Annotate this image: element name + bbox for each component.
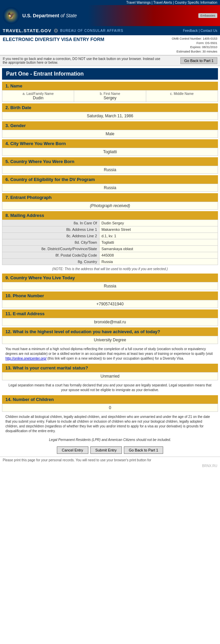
city-born-value: Togliatti xyxy=(2,148,218,156)
submit-entry-button[interactable]: Submit Entry xyxy=(90,446,122,454)
addr-value-3: Togliatti xyxy=(99,239,218,246)
section-phone-header: 10. Phone Number xyxy=(2,291,218,300)
addr-label-6: 8g. Country xyxy=(2,259,100,265)
section-email-header: 11. E-mail Address xyxy=(2,309,218,318)
watermark: BRNX.RU xyxy=(0,463,220,468)
button-row: Cancel Entry Submit Entry Go Back to Par… xyxy=(0,444,220,457)
email-value: bronxide@mail.ru xyxy=(2,318,218,326)
photograph-value: (Photograph received) xyxy=(2,202,218,210)
addr-value-6: Russia xyxy=(99,259,218,265)
addr-value-2: d.1, kv. 1 xyxy=(99,233,218,239)
section-city-born-header: 4. City Where You Were Born xyxy=(2,139,218,148)
middle-name-label: c. Middle Name xyxy=(148,92,216,96)
omb-info: OMB Control Number: 1405-0153 Form: DS-5… xyxy=(172,37,217,54)
last-name-col: a. Last/Family Name Dudin xyxy=(2,90,74,102)
first-name-value: Sergey xyxy=(75,96,144,100)
last-name-label: a. Last/Family Name xyxy=(4,92,72,96)
go-back-part1-top-button[interactable]: Go Back to Part 1 xyxy=(180,57,217,64)
marital-info: Legal separation means that a court has … xyxy=(2,382,218,394)
nav-bar: TRAVEL.STATE.GOV ⚙ Bureau of Consular Af… xyxy=(0,26,220,35)
table-row: 8d. City/Town Togliatti xyxy=(2,239,218,246)
section-education-header: 12. What is the highest level of educati… xyxy=(2,327,218,336)
marital-value: Unmarried xyxy=(2,372,218,380)
education-info: You must have a minimum of a high school… xyxy=(2,345,218,362)
birth-date-value: Saturday, March 11, 1986 xyxy=(2,112,218,120)
section-mailing-address-header: 8. Mailing Address xyxy=(2,211,218,220)
table-row: 8g. Country Russia xyxy=(2,259,218,265)
country-live-value: Russia xyxy=(2,282,218,290)
addr-label-2: 8c. Address Line 2 xyxy=(2,233,100,239)
section-photograph-header: 7. Entrant Photograph xyxy=(2,193,218,202)
education-value: University Degree xyxy=(2,336,218,344)
phone-value: +79057431940 xyxy=(2,300,218,308)
addr-value-5: 445008 xyxy=(99,252,218,259)
section-name-header: 1. Name xyxy=(2,82,218,90)
table-row: 8a. In Care Of Dudin Sergey xyxy=(2,220,218,226)
table-row: 8b. Address Line 1 Makarenko Street xyxy=(2,226,218,233)
dept-name: U.S. Department of State xyxy=(22,13,77,18)
last-name-value: Dudin xyxy=(4,96,72,100)
country-born-value: Russia xyxy=(2,166,218,174)
header-left: 🦅 U.S. Department of State xyxy=(3,7,77,24)
form-title: ELECTRONIC DIVERSITY VISA ENTRY FORM xyxy=(3,37,104,42)
cancel-entry-button[interactable]: Cancel Entry xyxy=(57,446,88,454)
first-name-col: b. First Name Sergey xyxy=(74,90,146,102)
bottom-note: Please print this page for your personal… xyxy=(0,457,220,463)
site-logo: TRAVEL.STATE.GOV xyxy=(3,28,51,33)
top-bar-links[interactable]: Travel Warnings xyxy=(126,1,151,4)
seal-icon: 🦅 xyxy=(3,7,20,24)
section-gender-header: 3. Gender xyxy=(2,121,218,130)
children-info2: Legal Permanent Residents (LPR) and Amer… xyxy=(2,436,218,444)
part-header: Part One - Entrant Information xyxy=(2,68,218,80)
nav-divider-icon: ⚙ xyxy=(53,27,58,34)
section-children-header: 14. Number of Children xyxy=(2,395,218,404)
first-name-label: b. First Name xyxy=(75,92,144,96)
addr-value-4: Samarskaya oblast xyxy=(99,246,218,252)
mailing-address-table: 8a. In Care Of Dudin Sergey 8b. Address … xyxy=(2,220,218,265)
section-birth-date-header: 2. Birth Date xyxy=(2,103,218,112)
addr-label-4: 8e. District/County/Province/State xyxy=(2,246,100,252)
addr-label-5: 8f. Postal Code/Zip Code xyxy=(2,252,100,259)
section-country-live-header: 9. Country Where You Live Today xyxy=(2,274,218,282)
middle-name-value xyxy=(148,96,216,100)
top-bar: Travel Warnings | Travel Alerts | Countr… xyxy=(0,0,220,5)
mailing-address-note: (NOTE: This is the address that will be … xyxy=(2,266,218,272)
section-country-born-header: 5. Country Where You Were Born xyxy=(2,157,218,166)
name-row: a. Last/Family Name Dudin b. First Name … xyxy=(2,90,218,102)
addr-label-3: 8d. City/Town xyxy=(2,239,100,246)
table-row: 8e. District/County/Province/State Samar… xyxy=(2,246,218,252)
middle-name-col: c. Middle Name xyxy=(146,90,218,102)
addr-label-1: 8b. Address Line 1 xyxy=(2,226,100,233)
children-value: 0 xyxy=(2,404,218,412)
back-btn-bar: If you need to go back and make a correc… xyxy=(0,55,220,66)
section-marital-header: 13. What is your current marital status? xyxy=(2,364,218,372)
addr-label-0: 8a. In Care Of xyxy=(2,220,100,226)
site-header: 🦅 U.S. Department of State Embassies xyxy=(0,5,220,26)
bureau-text: Bureau of Consular Affairs xyxy=(60,29,124,33)
gender-value: Male xyxy=(2,130,218,138)
top-bar-link-country[interactable]: Country Specific Information xyxy=(175,1,217,4)
section-country-eligibility-header: 6. Country of Eligibility for the DV Pro… xyxy=(2,175,218,184)
go-back-part1-bottom-button[interactable]: Go Back to Part 1 xyxy=(124,446,163,454)
table-row: 8c. Address Line 2 d.1, kv. 1 xyxy=(2,233,218,239)
nav-right-links[interactable]: Feedback | Contact Us xyxy=(183,29,217,33)
children-info1: Children include all biological children… xyxy=(2,413,218,435)
table-row: 8f. Postal Code/Zip Code 445008 xyxy=(2,252,218,259)
education-link[interactable]: http://online.onetcenter.org/ xyxy=(5,357,46,360)
country-eligibility-value: Russia xyxy=(2,184,218,192)
embassy-button[interactable]: Embassies xyxy=(198,13,217,18)
addr-value-1: Makarenko Street xyxy=(99,226,218,233)
top-bar-link-alerts[interactable]: Travel Alerts xyxy=(153,1,172,4)
back-bar-note: If you need to go back and make a correc… xyxy=(3,57,164,64)
addr-value-0: Dudin Sergey xyxy=(99,220,218,226)
